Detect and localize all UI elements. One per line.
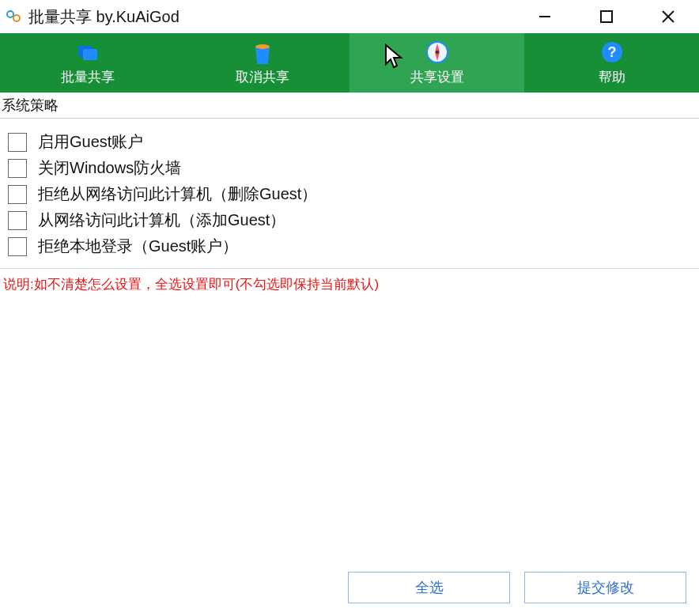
tab-help[interactable]: ? 帮助 (524, 33, 699, 93)
option-row: 拒绝从网络访问此计算机（删除Guest） (8, 183, 691, 205)
compass-icon (425, 40, 449, 65)
svg-text:?: ? (607, 44, 616, 60)
note-text: 说明:如不清楚怎么设置，全选设置即可(不勾选即保持当前默认) (0, 269, 699, 300)
tab-cancel-share[interactable]: 取消共享 (175, 33, 350, 93)
files-icon (76, 40, 100, 65)
svg-rect-7 (83, 49, 97, 60)
options-list: 启用Guest账户 关闭Windows防火墙 拒绝从网络访问此计算机（删除Gue… (0, 119, 699, 269)
option-label: 启用Guest账户 (38, 131, 143, 153)
option-label: 拒绝从网络访问此计算机（删除Guest） (38, 183, 317, 205)
svg-point-8 (255, 44, 270, 49)
help-icon: ? (600, 40, 624, 65)
app-icon (5, 8, 22, 25)
trash-icon (252, 40, 273, 65)
checkbox-deny-network-access[interactable] (8, 185, 27, 204)
tab-label: 取消共享 (236, 68, 289, 86)
window-title: 批量共享 by.KuAiGod (28, 6, 179, 28)
option-label: 关闭Windows防火墙 (38, 157, 181, 179)
svg-rect-3 (601, 11, 612, 22)
tab-share-settings[interactable]: 共享设置 (350, 33, 524, 93)
toolbar: 批量共享 取消共享 共享设置 ? 帮助 (0, 33, 699, 93)
checkbox-disable-firewall[interactable] (8, 159, 27, 178)
option-label: 从网络访问此计算机（添加Guest） (38, 210, 285, 231)
tab-label: 帮助 (599, 68, 625, 86)
checkbox-allow-network-access[interactable] (8, 211, 27, 230)
tab-label: 共享设置 (410, 68, 464, 86)
svg-point-10 (436, 51, 439, 54)
minimize-button[interactable] (514, 0, 576, 33)
checkbox-enable-guest[interactable] (8, 133, 27, 152)
titlebar: 批量共享 by.KuAiGod (0, 0, 699, 33)
svg-point-1 (13, 15, 20, 21)
maximize-button[interactable] (576, 0, 637, 33)
window-controls (514, 0, 699, 33)
select-all-button[interactable]: 全选 (348, 572, 510, 603)
option-row: 从网络访问此计算机（添加Guest） (8, 210, 691, 231)
submit-button[interactable]: 提交修改 (524, 572, 686, 603)
option-row: 拒绝本地登录（Guest账户） (8, 236, 691, 257)
checkbox-deny-local-login[interactable] (8, 237, 27, 256)
option-row: 启用Guest账户 (8, 131, 691, 153)
footer: 全选 提交修改 (348, 572, 686, 603)
close-button[interactable] (637, 0, 699, 33)
svg-point-0 (7, 11, 13, 17)
section-header: 系统策略 (0, 93, 699, 119)
option-row: 关闭Windows防火墙 (8, 157, 691, 179)
tab-label: 批量共享 (61, 68, 115, 86)
option-label: 拒绝本地登录（Guest账户） (38, 236, 238, 257)
tab-batch-share[interactable]: 批量共享 (0, 33, 175, 93)
